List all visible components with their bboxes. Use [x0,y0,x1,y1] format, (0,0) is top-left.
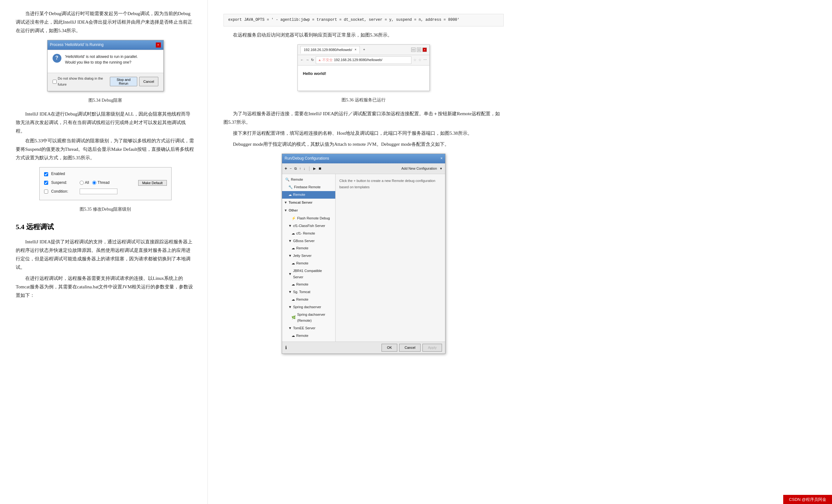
condition-row: Condition: [44,188,167,195]
browser-address-bar: ← → ↻ ▲ 不安全 192.168.26.129:8080/helloweb… [298,55,430,65]
dialog-checkbox-label: Do not show this dialog in the future [58,76,107,88]
add-config-button[interactable]: + [285,165,287,173]
dialog-close-button[interactable]: × [156,43,161,48]
suspend-label: Suspend: [51,180,77,186]
tree-firebase-remote[interactable]: 🔧 Firebase Remote [282,184,335,191]
address-bar-input[interactable]: ▲ 不安全 192.168.26.129:8080/helloweb/ [316,56,411,64]
tree-jetty-group[interactable]: ▼ Jetty Server [282,252,335,260]
menu-icon[interactable]: ⋯ [423,57,427,63]
tree-jbr41-group[interactable]: ▼ JBR41 Compatible Server [282,267,335,281]
tree-flash-remote[interactable]: ⚡ Flash Remote Debug [282,215,335,222]
tree-spring-label: Spring dachserver [293,304,321,310]
tree-search-label: Remote [291,177,303,183]
add-new-config-label[interactable]: Add New Configuration [401,166,437,172]
browser-content: Hello world! [298,65,430,91]
tree-other-label: Other [289,208,298,214]
all-radio-input[interactable] [80,181,84,185]
dialog-question-icon: ? [53,54,61,63]
close-window-button[interactable]: × [422,48,427,52]
tree-search-remote[interactable]: 🔍 Remote [282,176,335,184]
left-para-1: 当进行某个Debug调试运行时可能需要发起另一个Debug调试，因为当前的Deb… [16,9,195,35]
copy-config-button[interactable]: ⧉ [294,166,297,172]
jetty-collapse-icon: ▼ [288,253,292,259]
tree-spring-remote[interactable]: 🌿 Spring dachserver (Remote) [282,311,335,325]
favorites-icon[interactable]: ☆ [418,57,421,63]
dialog-message: 'HelloWorld' is not allowed to run in pa… [65,54,138,65]
forward-button[interactable]: → [306,57,309,63]
rundebug-info-icon: ℹ [285,344,287,352]
toolbar-separator [309,166,309,171]
sg-remote-icon: ☁ [291,296,295,303]
toolbar-icon1[interactable]: ▶ [313,166,316,172]
stop-and-rerun-button[interactable]: Stop and Rerun [110,77,137,86]
dialog-checkbox-row: Do not show this dialog in the future [53,76,107,88]
minimize-button[interactable]: — [411,48,416,52]
tree-spring-remote-label: Spring dachserver (Remote) [297,312,332,324]
tree-tomee-group[interactable]: ▼ TomEE Server [282,324,335,332]
right-para-4: Debugger mode用于指定调试的模式，其默认值为Attach to re… [224,140,504,149]
tree-gboss-remote[interactable]: ☁ Remote [282,245,335,252]
tree-gboss-group[interactable]: ▼ GBoss Server [282,237,335,245]
tree-jbr41-remote[interactable]: ☁ Remote [282,281,335,288]
tree-tomee-remote[interactable]: ☁ Remote [282,332,335,340]
tab-close-icon[interactable]: × [355,47,357,53]
tree-gboss-remote-label: Remote [296,245,309,251]
gboss-remote-icon: ☁ [291,245,295,251]
browser-title-bar: 192.168.26.129:8080/helloweb/ × + — □ × [298,45,430,55]
apply-button[interactable]: Apply [422,344,442,352]
right-para-1: 在远程服务启动后访问浏览器可以看到响应页面可正常显示，如图5.36所示。 [224,31,504,39]
dialog-body: ? 'HelloWorld' is not allowed to run in … [48,50,163,73]
all-radio: All [80,180,89,186]
tree-sg-remote[interactable]: ☁ Remote [282,296,335,303]
reload-button[interactable]: ↻ [311,57,314,63]
rundebug-dialog: Run/Debug Configurations × + − ⧉ ↑ ↓ ▶ ⏹… [282,154,445,354]
dialog-btn-row: Stop and Rerun Cancel [110,77,158,86]
collapse-icon: ▼ [284,200,287,206]
remove-config-button[interactable]: − [290,166,291,172]
new-tab-button[interactable]: + [363,47,365,53]
ok-button[interactable]: OK [382,344,397,352]
browser-mock-fig36: 192.168.26.129:8080/helloweb/ × + — □ × … [297,44,430,91]
tree-other-group[interactable]: ▼ Other [282,207,335,215]
gboss-collapse-icon: ▼ [288,238,292,244]
thread-radio-input[interactable] [92,181,96,185]
toolbar-icon2[interactable]: ⏹ [318,166,322,172]
browser-tab[interactable]: 192.168.26.129:8080/helloweb/ × [300,46,360,54]
dialog-checkbox[interactable] [53,80,57,84]
condition-label: Condition: [51,188,77,195]
left-para-3: 在图5.33中可以观察当前调试的阻塞级别，为了能够以多线程的方式运行调试，需要将… [16,137,195,162]
dialog-title-text: Process 'HelloWorld' Is Running [50,42,104,49]
tree-classfish-remote[interactable]: ☁ cf1- Remote [282,230,335,237]
tree-jbr41-label: JBR41 Compatible Server [293,268,332,281]
cancel-footer-button[interactable]: Cancel [399,344,421,352]
cf-remote-icon: ☁ [291,231,295,237]
tree-tomcat-sg-group[interactable]: ▼ Sg. Tomcat [282,288,335,296]
tree-firebase-label: Firebase Remote [294,184,320,190]
arrow-up-button[interactable]: ↑ [300,166,301,172]
cancel-button[interactable]: Cancel [139,77,158,86]
star-icon[interactable]: ☆ [413,57,416,63]
tree-remote-selected[interactable]: ☁ Remote [282,191,335,198]
rundebug-close-icon[interactable]: × [440,155,443,162]
tree-classfish-label: cf1-ClassFish Server [293,223,325,229]
tree-tomcat-label: Tomcat Server [289,200,313,206]
enabled-checkbox[interactable] [44,172,48,176]
browser-tab-label: 192.168.26.129:8080/helloweb/ [304,47,352,53]
condition-input[interactable] [80,189,118,194]
search-icon: 🔍 [285,177,290,183]
tree-cf-remote-label: cf1- Remote [296,231,315,237]
tree-jetty-remote[interactable]: ☁ Remote [282,260,335,267]
tree-spring-group[interactable]: ▼ Spring dachserver [282,303,335,311]
tree-classfish-group[interactable]: ▼ cf1-ClassFish Server [282,222,335,230]
suspend-checkbox[interactable] [44,181,48,185]
tree-tomcat-server-group[interactable]: ▼ Tomcat Server [282,198,335,207]
maximize-button[interactable]: □ [417,48,421,52]
arrow-down-button[interactable]: ↓ [304,166,305,172]
make-default-button[interactable]: Make Default [138,180,167,186]
back-button[interactable]: ← [300,57,304,63]
right-para-2: 为了与远程服务器进行连接，需要在IntelliJ IDEA的运行／调试配置窗口添… [224,110,504,127]
jbr41-collapse-icon: ▼ [288,271,292,277]
condition-checkbox[interactable] [44,189,48,194]
dialog-message-line1: 'HelloWorld' is not allowed to run in pa… [65,54,138,59]
section-para-2: 在进行远程调试时，远程服务器需要支持调试请求的连接。以Linux系统上的Tomc… [16,274,195,300]
